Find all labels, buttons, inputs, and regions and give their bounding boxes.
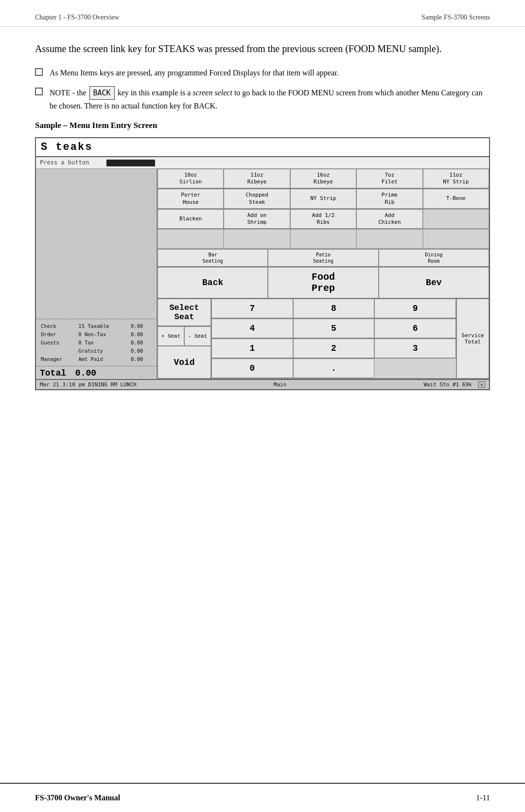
btn-select-seat[interactable]: SelectSeat (158, 299, 211, 326)
intro-paragraph: Assume the screen link key for STEAKS wa… (35, 41, 490, 56)
bullet-square-2 (35, 88, 43, 95)
btn-blank-5 (356, 229, 422, 249)
taxable-val: 0.00 (130, 322, 153, 330)
btn-ny-strip[interactable]: NY Strip (290, 189, 356, 209)
btn-bar-seating[interactable]: BarSeating (158, 249, 268, 267)
btn-prime-rib[interactable]: PrimeRib (356, 189, 422, 209)
btn-dining-room[interactable]: DiningRoom (379, 249, 489, 267)
btn-void[interactable]: Void (158, 346, 211, 379)
seating-section: BarSeating PatioSeating DiningRoom (158, 249, 489, 267)
total-value: 0.00 (75, 368, 96, 378)
taxable-label: 15 Taxable (77, 322, 130, 330)
header-right: Sample FS-3700 Screens (421, 14, 490, 21)
menu-row-2: PorterHouse ChoppedSteak NY Strip PrimeR… (158, 189, 489, 209)
btn-5[interactable]: 5 (293, 319, 375, 338)
btn-plus-seat[interactable]: + Seat (158, 326, 184, 346)
check-label: Check (40, 322, 77, 330)
bullet-2-content: NOTE - the BACK key in this example is a… (50, 86, 490, 112)
btn-porter-house[interactable]: PorterHouse (158, 189, 224, 209)
btn-bev[interactable]: Bev (379, 267, 489, 298)
order-label: Order (40, 330, 77, 339)
tax-val: 0.00 (130, 339, 153, 347)
tax-label: 0 Tax (77, 339, 130, 347)
menu-row-4 (158, 229, 489, 249)
btn-4[interactable]: 4 (211, 319, 293, 338)
btn-2[interactable]: 2 (293, 339, 375, 358)
right-panel: 10ozSirlion 11ozRibeye 16ozRibeye 7ozFil… (158, 169, 489, 379)
info-row-5: Manager Amt Paid 0.00 (40, 355, 153, 363)
btn-7[interactable]: 7 (211, 299, 293, 318)
status-center: Main (137, 381, 424, 388)
number-pad: 7 8 9 4 5 6 1 (211, 299, 456, 379)
btn-10oz-sirloin[interactable]: 10ozSirlion (158, 169, 224, 189)
btn-patio-seating[interactable]: PatioSeating (268, 249, 378, 267)
nontax-val: 0.00 (130, 330, 153, 339)
btn-t-bone[interactable]: T-Bone (423, 189, 489, 209)
info-row-1: Check 15 Taxable 0.00 (40, 322, 153, 330)
btn-blacken[interactable]: Blacken (158, 209, 224, 229)
btn-blank-2 (158, 229, 224, 249)
btn-add-ribs[interactable]: Add 1/2Ribs (290, 209, 356, 229)
btn-chopped-steak[interactable]: ChoppedSteak (224, 189, 290, 209)
guests-label: Guests (40, 339, 77, 347)
btn-service-total[interactable]: ServiceTotal (456, 299, 489, 379)
nontax-label: 0 Non-Tax (77, 330, 130, 339)
btn-9[interactable]: 9 (374, 299, 456, 318)
amtpaid-label: Amt Paid (77, 355, 130, 363)
status-right: Wait Stn #1 69k ✕ (423, 381, 485, 388)
btn-6[interactable]: 6 (374, 319, 456, 338)
bullet-list: As Menu Items keys are pressed, any prog… (35, 67, 490, 112)
info-row-3: Guests 0 Tax 0.00 (40, 339, 153, 347)
screen-container: S teaks Press a button Ch (35, 137, 490, 390)
bullet-item-1: As Menu Items keys are pressed, any prog… (35, 67, 490, 79)
info-row-4: Gratuity 0.00 (40, 347, 153, 355)
btn-7oz-filet[interactable]: 7ozFilet (356, 169, 422, 189)
section-title: Sample – Menu Item Entry Screen (35, 121, 490, 130)
status-right-text: Wait Stn #1 69k (423, 381, 472, 388)
bullet-2-mid: key in this example is a (118, 89, 191, 97)
screen-top-bar: Press a button (36, 157, 489, 169)
screen-title-bar: S teaks (36, 138, 489, 157)
numpad-row-0: 0 . (211, 359, 456, 379)
left-spacer (36, 169, 157, 319)
menu-row-1: 10ozSirlion 11ozRibeye 16ozRibeye 7ozFil… (158, 169, 489, 189)
btn-add-chicken[interactable]: AddChicken (356, 209, 422, 229)
btn-0[interactable]: 0 (211, 359, 293, 378)
screen-title: S teaks (41, 141, 92, 153)
btn-8[interactable]: 8 (293, 299, 375, 318)
btn-blank-3 (224, 229, 290, 249)
amtpaid-val: 0.00 (130, 355, 153, 363)
footer-right: 1-11 (476, 794, 490, 802)
btn-1[interactable]: 1 (211, 339, 293, 358)
black-bar-display (106, 160, 155, 166)
screen-main: Check 15 Taxable 0.00 Order 0 Non-Tax 0.… (36, 169, 489, 379)
numpad-row-456: 4 5 6 (211, 319, 456, 339)
btn-blank-1 (423, 209, 489, 229)
bullet-2-italic: screen select (192, 89, 232, 97)
footer-left: FS-3700 Owner's Manual (35, 794, 120, 802)
btn-11oz-nystrip[interactable]: 11ozNY Strip (423, 169, 489, 189)
back-key: BACK (89, 86, 115, 100)
bullet-1-text: As Menu Items keys are pressed, any prog… (50, 67, 339, 79)
page-footer: FS-3700 Owner's Manual 1-11 (0, 783, 525, 812)
btn-food-prep[interactable]: FoodPrep (268, 267, 378, 298)
btn-minus-seat[interactable]: - Seat (184, 326, 211, 346)
bullet-2-pre: NOTE - the (50, 89, 87, 97)
btn-dot[interactable]: . (293, 359, 375, 378)
empty-cell (40, 347, 77, 355)
manager-label: Manager (40, 355, 77, 363)
numpad-row-123: 1 2 3 (211, 339, 456, 359)
btn-11oz-ribeye[interactable]: 11ozRibeye (224, 169, 290, 189)
status-bar: Mar 21 3:10 pm DINING RM LUNCH Main Wait… (36, 379, 489, 389)
header-left: Chapter 1 - FS-3700 Overview (35, 14, 119, 21)
btn-3[interactable]: 3 (374, 339, 456, 358)
service-total-area: ServiceTotal (456, 299, 489, 379)
btn-add-shrimp[interactable]: Add onShrimp (224, 209, 290, 229)
gratuity-val: 0.00 (130, 347, 153, 355)
btn-back[interactable]: Back (158, 267, 268, 298)
btn-16oz-ribeye[interactable]: 16ozRibeye (290, 169, 356, 189)
left-panel-info: Check 15 Taxable 0.00 Order 0 Non-Tax 0.… (36, 319, 157, 366)
numpad-row-789: 7 8 9 (211, 299, 456, 319)
page-header: Chapter 1 - FS-3700 Overview Sample FS-3… (0, 0, 525, 27)
order-info-table: Check 15 Taxable 0.00 Order 0 Non-Tax 0.… (40, 322, 153, 363)
